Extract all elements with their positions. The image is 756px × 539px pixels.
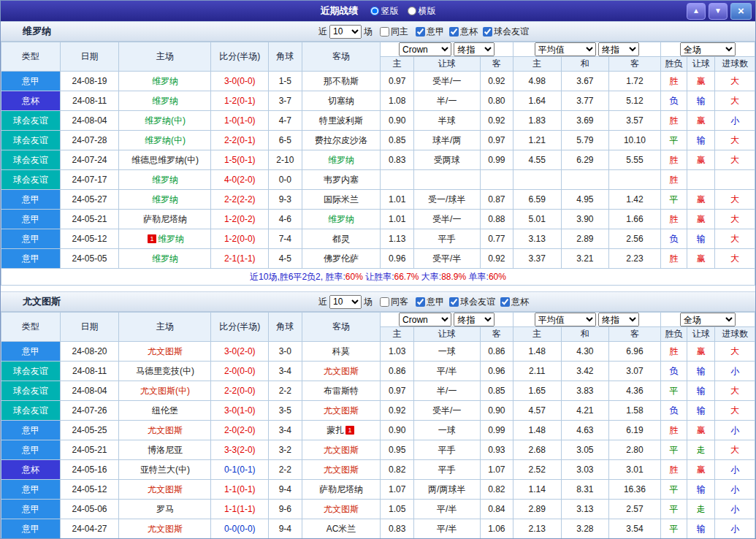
col-avg-home: 主 (513, 327, 562, 342)
handicap-odds-away: 0.77 (480, 229, 513, 249)
home-team: 罗马 (119, 500, 211, 519)
match-score: 1-2(0-2) (211, 210, 269, 229)
match-score: 2-2(0-1) (211, 131, 269, 150)
match-row: 球会友谊24-07-26纽伦堡3-0(1-0)3-5尤文图斯0.92受半/一0.… (1, 401, 755, 421)
summary-segment: 单率: (466, 272, 489, 282)
odds-stage-select[interactable]: 终指 (454, 313, 495, 326)
result-goals: 小 (715, 480, 755, 500)
corner-count: 3-2 (269, 440, 302, 460)
view-option[interactable]: 横版 (408, 5, 436, 18)
team-name-text: 尤文图斯(中) (140, 386, 190, 396)
league-filter-option[interactable]: 球会友谊 (444, 296, 495, 308)
match-count-select[interactable]: 10 (329, 25, 362, 39)
handicap-odds-home: 0.90 (381, 421, 413, 440)
same-filter-checkbox-1[interactable] (380, 297, 389, 307)
away-team: 蒙扎1 (302, 421, 381, 440)
home-team: 尤文图斯 (119, 342, 211, 362)
filter-bar: 近 10 场 同主 意甲意杯球会友谊 (318, 22, 529, 41)
league-filter-option[interactable]: 意甲 (411, 26, 444, 38)
result-handicap: 赢 (687, 460, 715, 480)
col-avg-draw: 和 (561, 57, 609, 72)
view-option-radio[interactable] (370, 7, 379, 15)
handicap-line: 平/半 (413, 519, 480, 539)
odds-stage-select[interactable]: 终指 (454, 42, 495, 56)
odds-source-select[interactable]: Crown (399, 42, 451, 56)
result-wdl: 胜 (660, 421, 687, 440)
avg-header-group: 平均值 终指 (513, 42, 661, 57)
match-score: 2-2(2-2) (211, 190, 269, 210)
league-filter-option[interactable]: 意甲 (411, 296, 444, 308)
col-hcp-result: 让球 (687, 57, 715, 72)
col-home: 主场 (119, 42, 211, 72)
result-handicap: 赢 (687, 421, 715, 440)
league-filter-checkbox[interactable] (449, 27, 459, 37)
away-team: 尤文图斯 (302, 401, 381, 421)
league-badge: 意甲 (1, 342, 61, 362)
match-score: 2-2(0-0) (211, 381, 269, 401)
team-name-text: 维罗纳(中) (145, 115, 186, 126)
col-avg-draw: 和 (561, 327, 609, 342)
team-name-text: 尤文图斯 (148, 524, 183, 534)
match-score: 2-0(2-0) (211, 421, 269, 440)
col-corner: 角球 (269, 42, 302, 72)
avg-stage-select[interactable]: 终指 (598, 42, 639, 56)
league-badge: 意甲 (1, 500, 61, 519)
result-wdl: 胜 (660, 170, 687, 190)
avg-odds-away: 5.55 (609, 150, 661, 170)
odds-source-select[interactable]: Crown (399, 313, 451, 326)
league-filter-option[interactable]: 意杯 (444, 26, 478, 38)
league-filter-option[interactable]: 球会友谊 (478, 26, 529, 38)
scope-select[interactable]: 全场 (680, 42, 736, 56)
team-name-text: 萨勒尼塔纳 (143, 214, 187, 224)
same-filter-option[interactable]: 同主 (375, 26, 408, 38)
result-handicap: 输 (687, 401, 715, 421)
handicap-line: 球半/两 (413, 131, 480, 150)
avg-select[interactable]: 平均值 (535, 313, 596, 326)
view-option-radio[interactable] (408, 7, 416, 15)
scroll-up-button[interactable]: ▲ (687, 3, 706, 20)
avg-odds-draw: 2.89 (561, 229, 609, 249)
league-filter-checkbox[interactable] (416, 297, 425, 307)
same-filter-checkbox-0[interactable] (380, 27, 389, 37)
league-filter-checkbox[interactable] (449, 297, 459, 307)
match-row: 球会友谊24-08-11马德里竞技(中)2-0(0-0)3-4尤文图斯0.86平… (1, 362, 755, 381)
avg-odds-draw: 3.28 (561, 519, 609, 539)
match-row: 球会友谊24-08-04尤文图斯(中)2-2(0-0)2-2布雷斯特0.97半/… (1, 381, 755, 401)
avg-odds-home: 4.55 (513, 150, 562, 170)
result-wdl: 平 (660, 131, 687, 150)
match-count-select[interactable]: 10 (329, 295, 362, 309)
result-handicap: 输 (687, 381, 715, 401)
close-button[interactable]: × (730, 3, 752, 20)
handicap-odds-away: 1.06 (480, 519, 513, 539)
league-badge: 球会友谊 (1, 150, 61, 170)
view-option[interactable]: 竖版 (370, 5, 399, 18)
league-filter-checkbox[interactable] (416, 27, 425, 37)
league-filter-checkbox[interactable] (500, 297, 510, 307)
summary-segment: 让胜率: (363, 272, 394, 282)
avg-odds-home: 4.98 (513, 72, 562, 91)
juventus-results-table: 类型 日期 主场 比分(半场) 角球 客场 Crown 终指 平均值 终指 (1, 312, 755, 539)
result-goals: 大 (715, 381, 755, 401)
scope-select[interactable]: 全场 (680, 313, 736, 326)
match-date: 24-08-20 (60, 342, 119, 362)
col-date: 日期 (60, 42, 119, 72)
result-goals: 大 (715, 229, 755, 249)
away-team: AC米兰 (302, 519, 381, 539)
scroll-down-button[interactable]: ▼ (709, 3, 728, 20)
away-team: 国际米兰 (302, 190, 381, 210)
avg-stage-select[interactable]: 终指 (598, 313, 639, 326)
avg-select[interactable]: 平均值 (535, 42, 596, 56)
match-date: 24-05-12 (60, 480, 119, 500)
result-goals: 大 (715, 440, 755, 460)
col-score: 比分(半场) (211, 313, 269, 342)
corner-count: 9-3 (269, 190, 302, 210)
corner-count: 0-0 (269, 170, 302, 190)
handicap-odds-home: 0.96 (381, 249, 413, 269)
away-team: 韦罗内塞 (302, 170, 381, 190)
handicap-odds-home: 1.01 (381, 210, 413, 229)
match-row: 意甲24-04-27尤文图斯0-0(0-0)9-4AC米兰0.83平/半1.06… (1, 519, 755, 539)
league-filter-checkbox[interactable] (483, 27, 492, 37)
red-card-badge: 1 (345, 426, 354, 435)
league-filter-option[interactable]: 意杯 (495, 296, 529, 308)
same-filter-option[interactable]: 同客 (375, 296, 408, 308)
